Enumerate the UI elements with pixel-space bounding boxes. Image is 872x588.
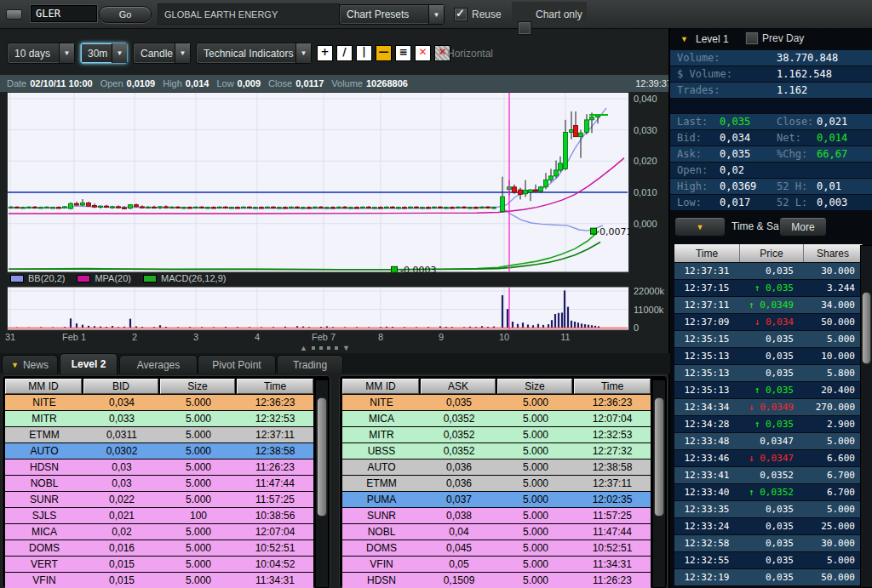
tab-averages[interactable]: Averages — [119, 355, 198, 374]
l2-ask-row[interactable]: PUMA0,0375.00012:02:35 — [342, 492, 651, 507]
window-icon[interactable] — [6, 9, 22, 20]
level2-bid-table[interactable]: MM IDBIDSizeTimeNITE0,0345.00012:36:23MI… — [5, 379, 313, 588]
ts-row[interactable]: 12:32:190,03550.000 — [674, 569, 860, 585]
tab-trading[interactable]: Trading — [277, 355, 343, 374]
scrollbar-thumb[interactable] — [317, 397, 327, 517]
go-button[interactable]: Go — [99, 6, 152, 23]
ts-row[interactable]: 12:35:150,0355.000 — [674, 331, 860, 347]
ts-row[interactable]: 12:33:46↓ 0,03476.600 — [674, 450, 860, 466]
range-dropdown[interactable]: 10 days ▼ — [7, 43, 75, 64]
ts-row[interactable]: 12:33:40↑ 0,03526.700 — [674, 484, 860, 500]
time-sales-dropdown-button[interactable]: ▼ — [674, 217, 726, 237]
l2-bid-row[interactable]: SJLS0,02110010:38:56 — [5, 508, 313, 523]
l2-ask-row[interactable]: SUNR0,0385.00011:57:25 — [342, 508, 651, 523]
ts-row[interactable]: 12:33:480,03475.000 — [674, 433, 860, 449]
ts-row[interactable]: 12:37:15↑ 0,0353.244 — [674, 280, 860, 296]
ts-row[interactable]: 12:32:550,0355.000 — [674, 552, 860, 568]
candle-body — [63, 207, 67, 208]
l2-ask-row[interactable]: ETMM0,0365.00012:37:11 — [342, 476, 651, 491]
l2-column-header[interactable]: Time — [574, 379, 651, 394]
l2-ask-row[interactable]: UBSS0,03525.00012:27:32 — [342, 443, 651, 459]
vertical-line-icon[interactable]: | — [356, 45, 372, 61]
chart-only-checkbox[interactable] — [518, 21, 531, 35]
pager-dot — [319, 346, 323, 350]
interval-dropdown[interactable]: 30m ▼ — [80, 43, 128, 64]
ask-table-scrollbar[interactable] — [652, 380, 666, 588]
candle-body — [529, 190, 533, 192]
prev-day-checkbox[interactable] — [745, 31, 759, 45]
candle-body — [230, 208, 234, 208]
horizontal-line-icon[interactable]: — — [376, 45, 392, 61]
l2-ask-row[interactable]: AUTO0,0365.00012:38:58 — [342, 460, 651, 475]
price: 0,015 — [83, 558, 160, 570]
l2-ask-row[interactable]: HDSN0,15095.00011:26:23 — [342, 573, 651, 588]
pager-down-icon[interactable]: ▼ — [342, 344, 350, 352]
l2-column-header[interactable]: MM ID — [342, 379, 419, 394]
l2-column-header[interactable]: ASK — [421, 379, 496, 394]
scrollbar-thumb[interactable] — [654, 397, 664, 517]
more-button[interactable]: More — [779, 217, 827, 237]
l2-bid-row[interactable]: MICA0,025.00012:07:04 — [5, 524, 313, 539]
l2-ask-row[interactable]: NOBL0,045.00011:47:44 — [342, 524, 651, 539]
bid-table-scrollbar[interactable] — [315, 380, 329, 588]
ts-column-header[interactable]: Time — [674, 244, 740, 262]
lines-list-icon[interactable]: ≡ — [395, 45, 411, 61]
l2-column-header[interactable]: Size — [497, 379, 572, 394]
chart-style-dropdown[interactable]: Candle ▼ — [133, 43, 191, 64]
level2-ask-table[interactable]: MM IDASKSizeTimeNITE0,0355.00012:36:23MI… — [342, 379, 651, 588]
chart-presets-dropdown[interactable]: Chart Presets ▼ — [339, 4, 445, 25]
l2-ask-row[interactable]: MITR0,03525.00012:32:53 — [342, 427, 651, 442]
ts-row[interactable]: 12:35:130,03510.000 — [674, 348, 860, 364]
ts-column-header[interactable]: Shares — [804, 244, 863, 262]
ts-row[interactable]: 12:32:580,03530.000 — [674, 535, 860, 551]
ts-row[interactable]: 12:35:130,0355.800 — [674, 365, 860, 381]
price-chart[interactable]: -0,00030,0071 — [7, 92, 630, 331]
tab-pivot-point[interactable]: Pivot Point — [198, 355, 276, 374]
symbol-input[interactable] — [31, 5, 97, 22]
time-sales-scrollbar[interactable] — [860, 245, 872, 588]
l2-bid-row[interactable]: HDSN0,035.00011:26:23 — [5, 460, 313, 475]
ts-row[interactable]: 12:33:410,03526.700 — [674, 467, 860, 483]
volume-bar — [507, 309, 508, 328]
l2-bid-row[interactable]: ETMM0,03115.00012:37:11 — [5, 427, 313, 442]
collapse-triangle-icon[interactable]: ▼ — [680, 35, 688, 43]
l2-bid-row[interactable]: VERT0,0155.00010:04:52 — [5, 557, 313, 572]
l2-ask-row[interactable]: NITE0,0355.00012:36:23 — [342, 395, 651, 410]
ts-row[interactable]: 12:34:28↑ 0,0352.900 — [674, 416, 860, 432]
ts-column-header[interactable]: Price — [740, 244, 804, 262]
tab-news[interactable]: ▼News — [2, 355, 58, 374]
ts-row[interactable]: 12:33:350,0355.000 — [674, 501, 860, 517]
l2-bid-row[interactable]: DOMS0,0165.00010:52:51 — [5, 540, 313, 556]
l2-bid-row[interactable]: VFIN0,0155.00011:34:31 — [5, 573, 313, 588]
ts-row[interactable]: 12:37:11↑ 0,034934.000 — [674, 297, 860, 313]
ts-row[interactable]: 12:37:310,03530.000 — [674, 263, 860, 279]
level1-rows: Volume:38.770.848$ Volume:1.162.548Trade… — [670, 50, 872, 211]
crosshair-plus-icon[interactable]: + — [317, 45, 333, 61]
pager-up-icon[interactable]: ▲ — [300, 344, 307, 352]
l2-bid-row[interactable]: AUTO0,03025.00012:38:58 — [5, 443, 313, 459]
tab-level-2[interactable]: Level 2 — [60, 353, 118, 374]
ts-row[interactable]: 12:35:13↑ 0,03520.400 — [674, 382, 860, 398]
l2-ask-row[interactable]: DOMS0,0455.00010:52:51 — [342, 540, 651, 556]
l2-bid-row[interactable]: MITR0,0335.00012:32:53 — [5, 411, 313, 426]
l2-bid-row[interactable]: NOBL0,035.00011:47:44 — [5, 476, 313, 491]
ts-row[interactable]: 12:37:09↓ 0,03450.000 — [674, 314, 860, 330]
reuse-checkbox[interactable] — [454, 8, 468, 21]
delete-line-icon[interactable]: ✕ — [415, 45, 431, 61]
l2-bid-row[interactable]: SUNR0,0225.00011:57:25 — [5, 492, 313, 507]
time: 10:52:51 — [574, 542, 651, 554]
quote-value: 0,0369 — [720, 180, 777, 192]
time-sales-table[interactable]: 12:37:310,03530.00012:37:15↑ 0,0353.2441… — [674, 263, 860, 588]
scrollbar-thumb[interactable] — [862, 292, 871, 364]
l2-ask-row[interactable]: VFIN0,055.00011:34:31 — [342, 557, 651, 572]
l2-column-header[interactable]: Size — [160, 379, 235, 394]
technical-indicators-dropdown[interactable]: Technical Indicators ▼ — [196, 43, 312, 64]
l2-column-header[interactable]: MM ID — [5, 379, 82, 394]
trendline-icon[interactable]: / — [336, 45, 353, 61]
l2-column-header[interactable]: Time — [237, 379, 313, 394]
ts-row[interactable]: 12:34:34↓ 0,0349270.000 — [674, 399, 860, 415]
ts-row[interactable]: 12:33:240,03525.000 — [674, 518, 860, 534]
l2-column-header[interactable]: BID — [83, 379, 158, 394]
l2-bid-row[interactable]: NITE0,0345.00012:36:23 — [5, 395, 313, 410]
l2-ask-row[interactable]: MICA0,03525.00012:07:04 — [342, 411, 651, 426]
